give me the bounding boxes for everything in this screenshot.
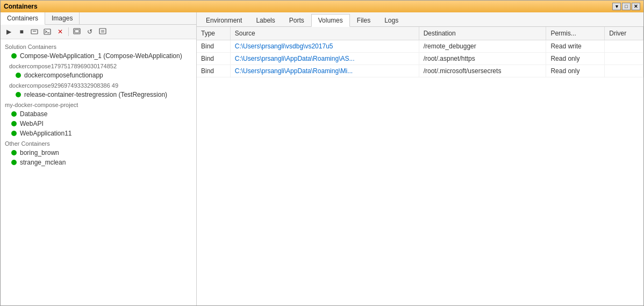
status-dot [16, 92, 21, 97]
stop-button[interactable]: ■ [16, 26, 27, 37]
tab-labels[interactable]: Labels [249, 14, 282, 26]
col-driver: Driver [605, 27, 643, 40]
tree-item-strange-mclean[interactable]: strange_mclean [1, 158, 196, 167]
group-solution-containers: Solution Containers [1, 41, 196, 51]
cell-driver [605, 40, 643, 53]
tree-area: Solution Containers Compose-WebApplicati… [1, 39, 196, 305]
attach-icon [31, 28, 38, 35]
terminal-button[interactable] [41, 26, 53, 37]
refresh-button[interactable]: ↺ [84, 26, 96, 37]
play-button[interactable]: ▶ [3, 26, 15, 37]
more-button[interactable] [97, 26, 109, 37]
sub-group-1-label: dockercompose17975178969030174852 [5, 61, 196, 70]
tree-item-webapplication11[interactable]: WebApplication11 [1, 129, 196, 138]
cell-destination: /remote_debugger [419, 40, 546, 53]
svg-rect-5 [75, 30, 79, 33]
status-dot [11, 121, 17, 126]
title-bar: Containers ▾ □ ✕ [1, 1, 643, 12]
volumes-table: Type Source Destination Permis... Driver… [197, 27, 643, 77]
snapshot-icon [73, 28, 81, 35]
tree-item-release-container[interactable]: release-container-testregression (TestRe… [5, 90, 196, 99]
table-row[interactable]: Bind C:\Users\prsangli\AppData\Roaming\M… [197, 65, 643, 77]
cell-driver [605, 53, 643, 65]
more-icon [99, 28, 106, 35]
group-my-docker: my-docker-compose-project [1, 99, 196, 109]
maximize-button[interactable]: □ [622, 3, 631, 10]
toolbar: ▶ ■ ✕ [1, 25, 196, 39]
tree-item-database[interactable]: Database [1, 109, 196, 119]
item-label: WebApplication11 [20, 130, 72, 137]
attach-button[interactable] [28, 26, 40, 37]
left-panel: Containers Images ▶ ■ [1, 12, 197, 305]
left-tabs: Containers Images [1, 12, 196, 25]
delete-button[interactable]: ✕ [54, 26, 66, 37]
cell-type: Bind [197, 40, 230, 53]
close-button[interactable]: ✕ [632, 3, 640, 10]
cell-permissions: Read only [546, 65, 605, 77]
main-window: Containers ▾ □ ✕ Containers Images ▶ ■ [0, 0, 644, 306]
tab-files[interactable]: Files [350, 14, 377, 26]
item-label: strange_mclean [20, 159, 66, 166]
right-panel: Environment Labels Ports Volumes Files L… [197, 12, 643, 305]
tab-containers[interactable]: Containers [1, 12, 45, 25]
sub-group-2-label: dockercompose929697493332908386 49 [5, 80, 196, 90]
sub-group-2: dockercompose929697493332908386 49 relea… [1, 80, 196, 99]
tree-item-dockerfunctionapp[interactable]: dockercomposefunctionapp [5, 70, 196, 80]
col-type: Type [197, 27, 230, 40]
toolbar-separator-1 [68, 27, 69, 36]
tab-volumes[interactable]: Volumes [311, 14, 350, 27]
svg-rect-0 [31, 30, 38, 34]
cell-permissions: Read write [546, 40, 605, 53]
table-row[interactable]: Bind C:\Users\prsangli\vsdbg\vs2017u5 /r… [197, 40, 643, 53]
status-dot [11, 160, 17, 165]
col-permissions: Permis... [546, 27, 605, 40]
tab-images[interactable]: Images [45, 12, 80, 24]
title-bar-controls: ▾ □ ✕ [612, 3, 640, 10]
right-tabs: Environment Labels Ports Volumes Files L… [197, 12, 643, 27]
cell-source[interactable]: C:\Users\prsangli\AppData\Roaming\Mi... [230, 65, 419, 77]
sub-group-1: dockercompose17975178969030174852 docker… [1, 61, 196, 80]
tab-ports[interactable]: Ports [282, 14, 311, 26]
main-content: Containers Images ▶ ■ [1, 12, 643, 305]
tab-logs[interactable]: Logs [377, 14, 405, 26]
svg-rect-6 [99, 29, 106, 34]
cell-type: Bind [197, 65, 230, 77]
cell-type: Bind [197, 53, 230, 65]
item-label: WebAPI [20, 120, 44, 127]
tree-item-compose-webapp[interactable]: Compose-WebApplication_1 (Compose-WebApp… [1, 51, 196, 61]
tree-item-boring-brown[interactable]: boring_brown [1, 148, 196, 158]
group-other-containers: Other Containers [1, 138, 196, 148]
minimize-button[interactable]: ▾ [612, 3, 621, 10]
status-dot [11, 111, 17, 117]
tree-item-webapi[interactable]: WebAPI [1, 119, 196, 129]
item-label: boring_brown [20, 149, 59, 156]
item-label: dockercomposefunctionapp [24, 72, 103, 79]
item-label: Compose-WebApplication_1 (Compose-WebApp… [20, 52, 182, 60]
tab-environment[interactable]: Environment [199, 14, 249, 26]
window-title: Containers [4, 3, 38, 10]
status-dot [11, 150, 17, 155]
cell-source[interactable]: C:\Users\prsangli\AppData\Roaming\AS... [230, 53, 419, 65]
col-destination: Destination [419, 27, 546, 40]
volumes-table-area: Type Source Destination Permis... Driver… [197, 27, 643, 305]
status-dot [11, 53, 17, 59]
item-label: Database [20, 110, 47, 118]
cell-destination: /root/.aspnet/https [419, 53, 546, 65]
status-dot [16, 73, 21, 78]
table-row[interactable]: Bind C:\Users\prsangli\AppData\Roaming\A… [197, 53, 643, 65]
status-dot [11, 131, 17, 136]
snapshot-button[interactable] [71, 26, 83, 37]
cell-permissions: Read only [546, 53, 605, 65]
cell-source[interactable]: C:\Users\prsangli\vsdbg\vs2017u5 [230, 40, 419, 53]
cell-driver [605, 65, 643, 77]
item-label: release-container-testregression (TestRe… [24, 91, 167, 98]
terminal-icon [44, 28, 51, 35]
col-source: Source [230, 27, 419, 40]
cell-destination: /root/.microsoft/usersecrets [419, 65, 546, 77]
